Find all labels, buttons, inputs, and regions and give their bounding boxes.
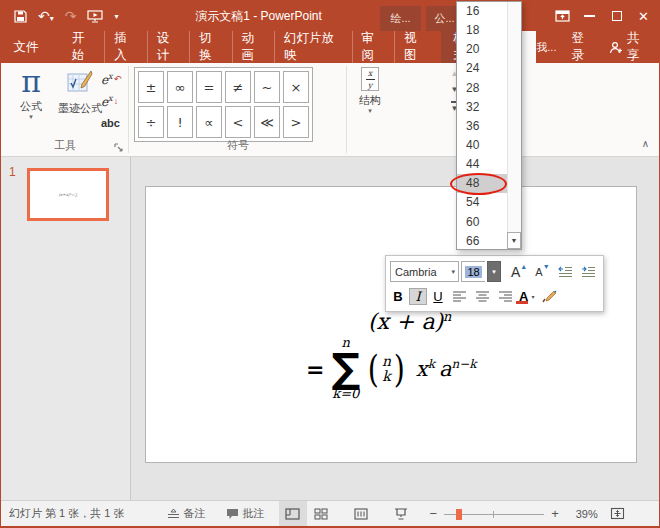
align-left-button[interactable]: [450, 286, 469, 307]
font-size-option[interactable]: 32: [457, 98, 507, 117]
tell-me-box[interactable]: 我...: [536, 40, 556, 55]
close-icon[interactable]: ✕: [630, 1, 657, 31]
zoom-slider-thumb[interactable]: [456, 509, 462, 520]
font-size-option[interactable]: 20: [457, 40, 507, 59]
slide-number: 1: [9, 165, 16, 179]
symbol-proportional[interactable]: ∝: [196, 106, 222, 138]
tab-view[interactable]: 视图: [395, 31, 436, 63]
format-painter-button[interactable]: [538, 286, 561, 307]
tab-insert[interactable]: 插入: [105, 31, 147, 63]
ribbon-group-symbols: ± ∞ = ≠ ~ × ÷ ! ∝ < ≪ > ▲ ▼ ▼ 符号: [129, 63, 347, 156]
collapse-ribbon-icon[interactable]: ∧: [642, 140, 649, 148]
symbol-greater-than[interactable]: >: [283, 106, 309, 138]
font-size-option[interactable]: 66: [457, 232, 507, 251]
structures-button[interactable]: x y 结构 ▾: [351, 67, 389, 114]
professional-button[interactable]: ex ↶: [101, 68, 125, 90]
increase-indent-button[interactable]: [578, 261, 599, 282]
font-size-option[interactable]: 44: [457, 155, 507, 174]
triangle-down-icon: ▼: [543, 263, 550, 270]
start-slideshow-icon[interactable]: [87, 10, 103, 23]
equals-sign: =: [306, 356, 324, 382]
slide-info: 幻灯片 第 1 张，共 1 张: [9, 506, 125, 521]
font-size-option[interactable]: 16: [457, 2, 507, 21]
grow-font-button[interactable]: A▲: [508, 261, 530, 282]
symbol-tilde[interactable]: ~: [254, 71, 280, 103]
normal-view-button[interactable]: [279, 501, 307, 526]
symbol-equal[interactable]: =: [196, 71, 222, 103]
equation-object[interactable]: (x + a)n = n ∑ k=0 ( nk ) xk: [306, 309, 477, 401]
maximize-icon[interactable]: [603, 1, 630, 31]
status-bar: 幻灯片 第 1 张，共 1 张 备注 批注 −: [1, 500, 659, 526]
font-size-option-highlighted[interactable]: 48: [457, 174, 507, 193]
symbol-divide[interactable]: ÷: [138, 106, 164, 138]
sign-in-button[interactable]: 登录: [571, 30, 593, 64]
linear-icon: ex: [101, 94, 113, 109]
dialog-launcher-icon[interactable]: [114, 143, 123, 152]
font-size-option[interactable]: 54: [457, 193, 507, 212]
zoom-in-icon[interactable]: +: [546, 506, 564, 521]
equation-button[interactable]: π 公式 ▾: [7, 67, 55, 120]
shrink-font-button[interactable]: A▼: [532, 261, 552, 282]
font-color-button[interactable]: A ▾: [519, 291, 534, 302]
align-right-button[interactable]: [496, 286, 515, 307]
decrease-indent-button[interactable]: [555, 261, 576, 282]
font-size-input[interactable]: 18: [461, 261, 485, 282]
minimize-icon[interactable]: [576, 1, 603, 31]
font-size-option[interactable]: 36: [457, 117, 507, 136]
qat-customize-icon[interactable]: ▾: [114, 12, 118, 21]
slide-sorter-button[interactable]: [307, 501, 335, 526]
dropdown-scrollbar[interactable]: ▼: [507, 2, 521, 249]
symbol-not-equal[interactable]: ≠: [225, 71, 251, 103]
conversion-buttons: ex ↶ ex ↓ abc: [101, 68, 125, 134]
font-size-option[interactable]: 60: [457, 213, 507, 232]
symbol-infinity[interactable]: ∞: [167, 71, 193, 103]
font-size-option[interactable]: 18: [457, 21, 507, 40]
tab-transitions[interactable]: 切换: [190, 31, 232, 63]
reading-view-button[interactable]: [347, 501, 375, 526]
slideshow-view-button[interactable]: [387, 501, 415, 526]
share-button[interactable]: 共享: [609, 30, 647, 64]
undo-button[interactable]: ↶▾: [38, 7, 54, 25]
fit-to-window-icon: [610, 507, 625, 520]
ribbon-display-options-icon[interactable]: [549, 1, 576, 31]
underline-button[interactable]: U: [430, 289, 446, 304]
fit-to-window-button[interactable]: [604, 501, 632, 526]
undo-icon: ↶: [38, 8, 50, 24]
italic-button-active[interactable]: I: [410, 289, 426, 304]
tab-slideshow[interactable]: 幻灯片放映: [275, 31, 353, 63]
term-x: xk: [416, 357, 435, 381]
tab-design[interactable]: 设计: [148, 31, 190, 63]
zoom-slider[interactable]: [444, 508, 544, 520]
zoom-out-icon[interactable]: −: [425, 506, 443, 521]
tab-home[interactable]: 开始: [63, 31, 105, 63]
symbol-less-than[interactable]: <: [225, 106, 251, 138]
symbol-much-less[interactable]: ≪: [254, 106, 280, 138]
font-size-option[interactable]: 24: [457, 59, 507, 78]
tab-animations[interactable]: 动画: [233, 31, 275, 63]
align-center-button[interactable]: [473, 286, 492, 307]
font-size-option[interactable]: 40: [457, 136, 507, 155]
font-size-option[interactable]: 28: [457, 79, 507, 98]
font-size-dropdown-button[interactable]: ▾: [487, 261, 501, 282]
chevron-down-icon: ▾: [351, 108, 389, 114]
notes-button[interactable]: 备注: [167, 506, 206, 521]
save-icon[interactable]: [14, 10, 27, 23]
comments-button[interactable]: 批注: [226, 506, 265, 521]
normal-text-button[interactable]: abc: [101, 112, 125, 134]
zoom-level[interactable]: 39%: [564, 508, 598, 520]
slide-thumbnail[interactable]: (x+a)ⁿ=∑: [27, 168, 109, 221]
symbol-multiply[interactable]: ×: [283, 71, 309, 103]
linear-button[interactable]: ex ↓: [101, 90, 125, 112]
bold-button[interactable]: B: [390, 289, 406, 304]
font-name-combo[interactable]: Cambria ▾: [390, 261, 459, 282]
redo-icon[interactable]: ↷: [65, 9, 77, 23]
equation-label: 公式: [7, 99, 55, 114]
tab-file[interactable]: 文件: [1, 31, 51, 63]
symbol-factorial[interactable]: !: [167, 106, 193, 138]
ribbon-tab-bar: 文件 开始 插入 设计 切换 动画 幻灯片放映 审阅 视图 格式 设计 我...…: [1, 31, 659, 63]
ink-equation-button[interactable]: 墨迹公式: [57, 67, 103, 116]
symbol-plus-minus[interactable]: ±: [138, 71, 164, 103]
slide-canvas[interactable]: (x + a)n = n ∑ k=0 ( nk ) xk: [145, 186, 637, 463]
scroll-down-icon[interactable]: ▼: [507, 232, 521, 249]
tab-review[interactable]: 审阅: [353, 31, 395, 63]
